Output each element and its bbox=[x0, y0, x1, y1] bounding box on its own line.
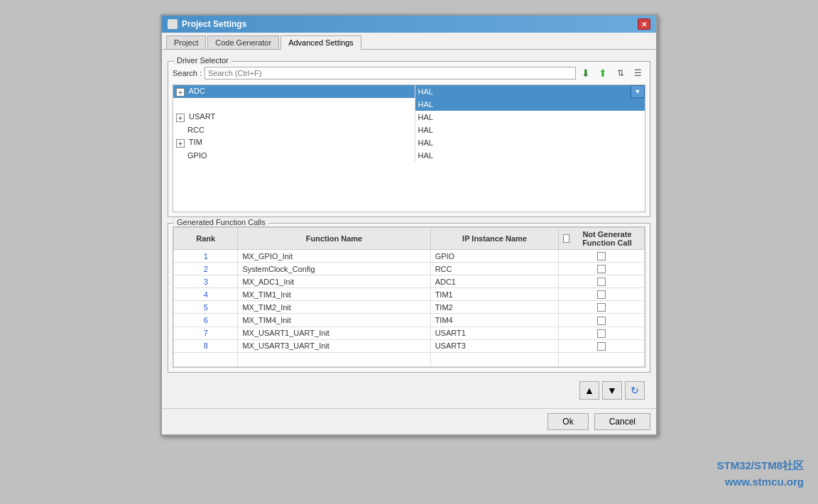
project-settings-window: Project Settings ✕ Project Code Generato… bbox=[160, 14, 658, 436]
move-down-button[interactable]: ▼ bbox=[602, 381, 622, 400]
function-cell: SystemClock_Config bbox=[238, 263, 430, 275]
title-bar-left: Project Settings bbox=[168, 19, 246, 29]
header-checkbox[interactable] bbox=[563, 234, 569, 243]
not-generate-label: Not Generate Function Call bbox=[574, 230, 640, 247]
table-row[interactable]: RCC HAL bbox=[173, 124, 645, 136]
driver-selector-title: Driver Selector bbox=[174, 56, 231, 65]
function-cell: MX_USART3_UART_Init bbox=[238, 339, 430, 352]
ip-cell: GPIO bbox=[430, 250, 559, 263]
check-cell[interactable] bbox=[559, 275, 645, 288]
ip-cell: TIM1 bbox=[430, 288, 559, 301]
table-row-empty bbox=[174, 352, 645, 366]
dropdown-option-row[interactable]: HAL bbox=[173, 98, 645, 111]
ip-cell: USART1 bbox=[430, 327, 559, 339]
tabs-bar: Project Code Generator Advanced Settings bbox=[162, 33, 656, 50]
table-row[interactable]: + ADC HAL ▼ bbox=[173, 85, 645, 98]
table-row[interactable]: GPIO HAL bbox=[173, 149, 645, 162]
col-ip-instance: IP Instance Name bbox=[430, 228, 559, 250]
content-area: Driver Selector Search : ⬇ ⬆ ⇅ ☰ bbox=[162, 50, 656, 408]
ip-cell: USART3 bbox=[430, 339, 559, 352]
expand-icon[interactable]: + bbox=[176, 88, 185, 97]
sort-button[interactable]: ⇅ bbox=[613, 66, 628, 80]
refresh-button[interactable]: ↻ bbox=[625, 381, 645, 400]
row-checkbox[interactable] bbox=[597, 329, 606, 338]
ip-cell: RCC bbox=[430, 263, 559, 275]
ip-cell: ADC1 bbox=[430, 275, 559, 288]
tab-code-generator[interactable]: Code Generator bbox=[207, 35, 279, 49]
title-bar: Project Settings ✕ bbox=[162, 16, 656, 33]
bottom-buttons-bar: Ok Cancel bbox=[162, 408, 656, 434]
move-up-button[interactable]: ▲ bbox=[579, 381, 599, 400]
row-checkbox[interactable] bbox=[597, 317, 606, 325]
ok-button[interactable]: Ok bbox=[547, 413, 588, 430]
check-cell[interactable] bbox=[559, 314, 645, 327]
check-cell[interactable] bbox=[559, 301, 645, 314]
search-prev-button[interactable]: ⬆ bbox=[596, 66, 610, 80]
check-cell[interactable] bbox=[559, 327, 645, 339]
col-not-generate: Not Generate Function Call bbox=[559, 228, 645, 250]
function-cell: MX_TIM4_Init bbox=[238, 314, 430, 327]
ip-cell: TIM4 bbox=[430, 314, 559, 327]
rank-cell: 5 bbox=[174, 301, 238, 314]
bottom-arrow-area: ▲ ▼ ↻ bbox=[168, 378, 650, 402]
table-row: 1 MX_GPIO_Init GPIO bbox=[174, 250, 645, 263]
function-cell: MX_TIM1_Init bbox=[238, 288, 430, 301]
col-rank: Rank bbox=[174, 228, 238, 250]
watermark-line2: www.stmcu.org bbox=[716, 474, 804, 491]
table-row[interactable]: + TIM HAL bbox=[173, 136, 645, 149]
ip-cell: TIM2 bbox=[430, 301, 559, 314]
table-row: 4 MX_TIM1_Init TIM1 bbox=[174, 288, 645, 301]
dropdown-arrow[interactable]: ▼ bbox=[631, 85, 645, 98]
search-input[interactable] bbox=[204, 67, 576, 80]
table-row: 8 MX_USART3_UART_Init USART3 bbox=[174, 339, 645, 352]
expand-icon[interactable]: + bbox=[176, 114, 185, 122]
row-checkbox[interactable] bbox=[597, 303, 606, 312]
table-row: 2 SystemClock_Config RCC bbox=[174, 263, 645, 275]
tab-project[interactable]: Project bbox=[166, 35, 206, 49]
rank-cell: 8 bbox=[174, 339, 238, 352]
window-title: Project Settings bbox=[182, 19, 246, 29]
table-row: 5 MX_TIM2_Init TIM2 bbox=[174, 301, 645, 314]
table-row[interactable]: + USART HAL bbox=[173, 111, 645, 124]
rank-cell: 7 bbox=[174, 327, 238, 339]
check-cell[interactable] bbox=[559, 250, 645, 263]
row-checkbox[interactable] bbox=[597, 278, 606, 286]
rank-cell: 2 bbox=[174, 263, 238, 275]
function-cell: MX_GPIO_Init bbox=[238, 250, 430, 263]
rank-cell: 3 bbox=[174, 275, 238, 288]
generated-functions-title: Generated Function Calls bbox=[174, 218, 268, 226]
row-checkbox[interactable] bbox=[597, 265, 606, 273]
check-cell[interactable] bbox=[559, 339, 645, 352]
title-icon bbox=[168, 19, 178, 29]
generated-table-container: Rank Function Name IP Instance Name Not … bbox=[173, 226, 645, 368]
search-right-buttons: ⇅ ☰ bbox=[613, 66, 645, 80]
table-row: 6 MX_TIM4_Init TIM4 bbox=[174, 314, 645, 327]
tab-advanced-settings[interactable]: Advanced Settings bbox=[280, 35, 361, 50]
generated-table: Rank Function Name IP Instance Name Not … bbox=[173, 227, 645, 367]
grid-button[interactable]: ☰ bbox=[630, 66, 645, 80]
not-generate-header: Not Generate Function Call bbox=[563, 230, 640, 247]
driver-scroll-area: + ADC HAL ▼ HAL bbox=[173, 84, 645, 212]
row-checkbox[interactable] bbox=[597, 342, 606, 351]
watermark: STM32/STM8社区 www.stmcu.org bbox=[716, 458, 804, 490]
watermark-line1: STM32/STM8社区 bbox=[716, 458, 804, 474]
table-row: 7 MX_USART1_UART_Init USART1 bbox=[174, 327, 645, 339]
driver-selector-group: Driver Selector Search : ⬇ ⬆ ⇅ ☰ bbox=[168, 61, 650, 217]
cancel-button[interactable]: Cancel bbox=[594, 413, 650, 430]
function-cell: MX_ADC1_Init bbox=[238, 275, 430, 288]
rank-cell: 1 bbox=[174, 250, 238, 263]
table-header-row: Rank Function Name IP Instance Name Not … bbox=[174, 228, 645, 250]
check-cell[interactable] bbox=[559, 288, 645, 301]
row-checkbox[interactable] bbox=[597, 252, 606, 261]
close-button[interactable]: ✕ bbox=[638, 18, 650, 30]
table-row: 3 MX_ADC1_Init ADC1 bbox=[174, 275, 645, 288]
rank-cell: 6 bbox=[174, 314, 238, 327]
check-cell[interactable] bbox=[559, 263, 645, 275]
generated-functions-group: Generated Function Calls Rank Function N… bbox=[168, 223, 650, 373]
row-checkbox[interactable] bbox=[597, 290, 606, 299]
search-next-button[interactable]: ⬇ bbox=[579, 66, 593, 80]
col-function-name: Function Name bbox=[238, 228, 430, 250]
search-label: Search : bbox=[173, 69, 202, 77]
search-row: Search : ⬇ ⬆ ⇅ ☰ bbox=[173, 65, 645, 82]
expand-icon[interactable]: + bbox=[176, 139, 185, 148]
